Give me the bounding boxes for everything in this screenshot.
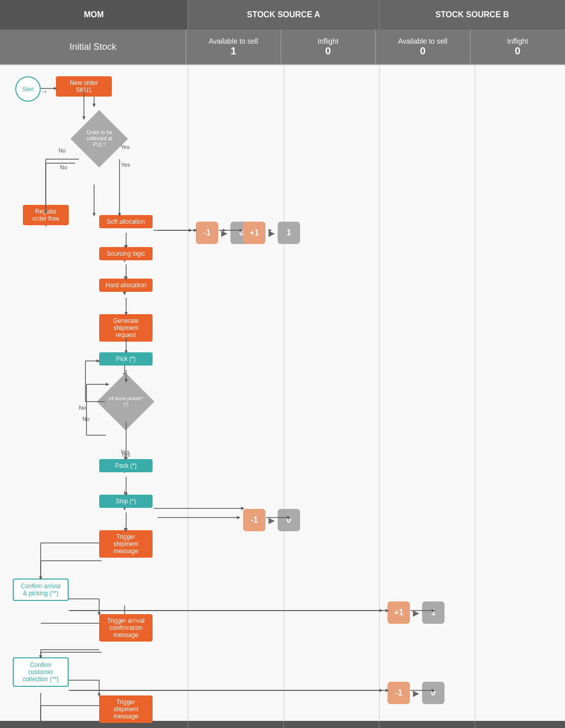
subheader-b-avail: Available to sell 0 [376,29,470,64]
collection-b-avail-delta: -1 [388,682,410,704]
sc-arrow1: ▶ [221,228,227,238]
ship-a-inflight-delta: -1 [243,509,265,531]
stock-a-label: STOCK SOURCE A [247,10,320,19]
soft-alloc-node: Soft allocation [99,215,153,228]
footer-mom: FINAL STOCK [0,721,188,728]
svg-marker-52 [237,516,241,519]
pack-node: Pack (*) [99,459,153,472]
footer-b-avail: 0 [379,721,475,728]
yes1-text: Yes [121,144,130,150]
ship-a-inflight-change: -1 ▶ 0 [243,509,300,531]
confirm-arrival-node: Confirm arrival & picking (**) [13,579,69,601]
sc-arrow3: ▶ [269,515,275,525]
subheader-a-avail: Available to sell 1 [186,29,281,64]
subheader-initial-stock: Initial Stock [0,29,186,64]
yes1-label: Yes [121,162,130,168]
mom-label: MOM [84,10,104,19]
svg-marker-54 [379,609,383,612]
no2-text: No [79,405,86,411]
confirm-collection-node: Confirm customer collection (**) [13,657,69,687]
soft-a-inflight-result: 1 [278,222,300,244]
subheader-row: Initial Stock Available to sell 1 Inflig… [0,29,565,65]
collection-b-avail-result: 0 [422,682,444,704]
confirm-b-avail-result: 1 [422,601,444,624]
trigger-ship2-node: Trigger shipment message [99,695,153,723]
subheader-a-inflight: Inflight 0 [281,29,376,64]
all-picked-diamond: All items picked? (*) [105,381,146,422]
trigger-ship-node: Trigger shipment message [99,530,153,558]
sc-arrow2: ▶ [269,228,275,238]
svg-marker-5 [93,104,96,107]
footer-a-inflight: 0 [284,721,379,728]
regular-order-node: Regular order flow [23,205,69,225]
trigger-arrival-node: Trigger arrival confimration message [99,614,153,642]
sourcing-node: Sourcing logic [99,247,153,260]
svg-marker-12 [93,213,96,217]
footer-row: FINAL STOCK 0 0 0 0 [0,721,565,728]
header-stock-b: STOCK SOURCE B [379,0,565,29]
start-node: Start [15,76,41,102]
header-stock-a: STOCK SOURCE A [188,0,379,29]
ship-node: Ship (*) [99,495,153,508]
gen-shipment-node: Generate shipment request [99,314,153,342]
svg-marker-16 [123,292,126,295]
start-arrow: → [41,87,48,96]
yes2-text: Yes [121,449,130,455]
column-dividers [0,65,565,721]
collected-diamond: Order to be collected at PUL? [79,118,120,159]
new-order-node: New order SKU1 [56,76,112,97]
start-circle: Start [15,76,41,102]
no1-label: No [60,164,67,170]
header-mom: MOM [0,0,188,29]
confirm-b-avail-change: +1 ▶ 1 [388,601,444,624]
no2-label: No [82,416,90,422]
sc-arrow5: ▶ [413,688,419,698]
ship-a-inflight-result: 0 [278,509,300,531]
sc-arrow4: ▶ [413,608,419,618]
flow-arrows [0,65,565,728]
svg-marker-56 [379,689,383,692]
subheader-b-inflight: Inflight 0 [470,29,565,64]
collection-b-avail-change: -1 ▶ 0 [388,682,444,704]
confirm-b-avail-delta: +1 [388,601,410,624]
soft-a-avail-delta: -1 [196,222,218,244]
soft-a-inflight-change: +1 ▶ 1 [243,222,300,244]
footer-b-inflight: 0 [475,721,565,728]
stock-b-label: STOCK SOURCE B [435,10,509,19]
soft-a-inflight-delta: +1 [243,222,265,244]
footer-a-avail: 0 [188,721,284,728]
hard-alloc-node: Hard allocation [99,279,153,292]
pick-node: Pick (*) [99,352,153,366]
svg-marker-50 [189,229,192,232]
flow-container: Start → New order SKU1 Order to be colle… [0,65,565,721]
no1-text: No [58,147,66,154]
header-row: MOM STOCK SOURCE A STOCK SOURCE B [0,0,565,29]
